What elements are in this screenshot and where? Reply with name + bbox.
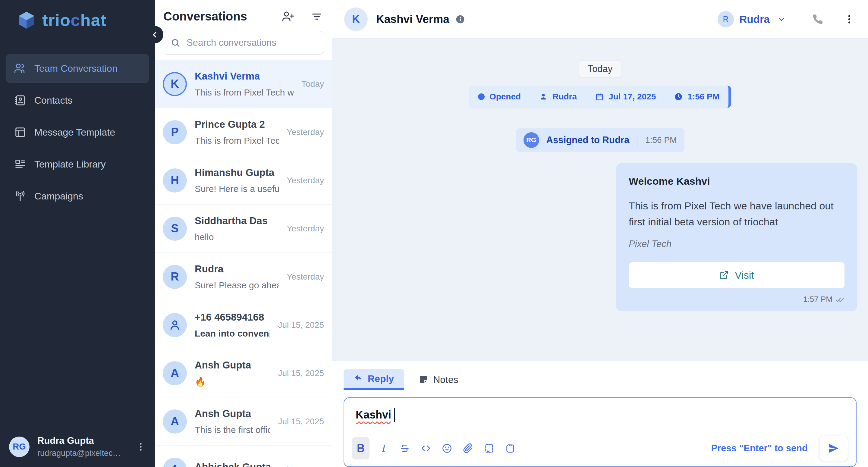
template-picker-button[interactable] <box>478 437 500 460</box>
strikethrough-icon <box>400 443 410 454</box>
sidebar-user-card[interactable]: RG Rudra Gupta rudragupta@pixeltec… <box>0 426 155 467</box>
brand-name: triochat <box>42 10 106 30</box>
conversation-list: KKashvi VermaThis is from Pixel Tech we … <box>155 60 332 467</box>
new-conversation-button[interactable] <box>282 10 294 23</box>
smiley-icon <box>442 443 452 454</box>
chat-panel: K Kashvi Verma R Rudra Today Opened <box>332 0 868 467</box>
search-icon <box>170 38 180 48</box>
layout-icon <box>14 127 26 138</box>
status-opened: Opened <box>469 92 530 101</box>
more-vertical-icon <box>844 14 855 25</box>
strikethrough-button[interactable] <box>394 437 415 460</box>
sidebar-item-message-template[interactable]: Message Template <box>6 118 149 147</box>
call-button[interactable] <box>812 13 824 25</box>
user-menu-button[interactable] <box>135 442 146 452</box>
sidebar-item-contacts[interactable]: Contacts <box>6 86 149 115</box>
conversation-time: Jul 15, 2025 <box>278 417 324 426</box>
snippet-button[interactable] <box>500 437 521 460</box>
message-input-box: Kashvi B I <box>344 397 857 467</box>
conversation-list-item[interactable]: AAbhishek GuptaJul 15, 2025 <box>155 446 332 467</box>
conversation-time: Jul 15, 2025 <box>278 320 324 330</box>
message-input[interactable]: Kashvi <box>344 398 856 430</box>
conversation-time: Yesterday <box>287 224 324 234</box>
snippet-icon <box>505 443 516 454</box>
emoji-button[interactable] <box>436 437 458 460</box>
system-event-text: Assigned to Rudra <box>547 135 629 146</box>
sticky-note-icon <box>418 375 428 384</box>
user-plus-icon <box>282 10 294 23</box>
filter-conversations-button[interactable] <box>311 10 323 23</box>
tab-reply[interactable]: Reply <box>344 369 404 390</box>
sidebar-item-label: Campaigns <box>34 191 83 202</box>
tab-notes-label: Notes <box>433 374 458 385</box>
code-button[interactable] <box>415 437 436 460</box>
person-icon <box>539 93 548 101</box>
conversation-list-item[interactable]: SSiddhartha DashelloYesterday <box>155 205 332 253</box>
send-hint: Press "Enter" to send <box>711 443 808 454</box>
brand-logo: triochat <box>0 0 155 32</box>
assignee-dropdown[interactable]: R Rudra <box>718 11 786 27</box>
contact-info-button[interactable] <box>456 14 465 24</box>
paperclip-icon <box>463 443 473 454</box>
logo-text-hat: hat <box>80 10 106 30</box>
tab-notes[interactable]: Notes <box>418 369 458 390</box>
sidebar-nav: Team ConversationContactsMessage Templat… <box>0 32 155 211</box>
conversation-list-item[interactable]: KKashvi VermaThis is from Pixel Tech we … <box>155 60 332 108</box>
avatar: A <box>163 409 187 434</box>
conversations-panel: Conversations KKashvi VermaThis is from … <box>155 0 332 467</box>
italic-button[interactable]: I <box>373 437 394 460</box>
broadcast-icon <box>14 190 26 202</box>
conversation-name: Himanshu Gupta <box>195 167 279 178</box>
conversation-list-item[interactable]: AAnsh GuptaThis is the first official …J… <box>155 397 332 446</box>
formatting-toolbar: B I <box>344 430 856 466</box>
calendar-icon <box>595 93 604 101</box>
sidebar-collapse-button[interactable] <box>146 26 163 43</box>
conversation-preview: 🔥 <box>195 376 270 387</box>
agent-label: Rudra <box>553 92 577 101</box>
library-icon <box>14 158 26 170</box>
time-label: 1:56 PM <box>687 92 719 101</box>
composer: Reply Notes Kashvi B I <box>332 361 868 467</box>
conversation-name: +16 465894168 <box>195 312 270 323</box>
conversation-list-item[interactable]: RRudraSure! Please go ahead a…Yesterday <box>155 253 332 301</box>
conversation-time: Yesterday <box>287 127 324 137</box>
sidebar-item-template-library[interactable]: Template Library <box>6 150 149 179</box>
message-scroll-area[interactable]: Today Opened Rudra Jul 17, 2025 1:56 PM … <box>332 38 868 361</box>
clock-icon <box>674 93 683 101</box>
conversation-list-item[interactable]: PPrince Gupta 2This is from Pixel Tech w… <box>155 108 332 156</box>
visit-button[interactable]: Visit <box>629 262 844 288</box>
sidebar-item-label: Team Conversation <box>34 63 118 74</box>
attach-button[interactable] <box>458 437 478 460</box>
sidebar-item-label: Message Template <box>34 127 115 138</box>
conversation-name: Rudra <box>195 263 279 275</box>
conversation-list-item[interactable]: AAnsh Gupta🔥Jul 15, 2025 <box>155 349 332 397</box>
sidebar: triochat Team ConversationContactsMessag… <box>0 0 155 467</box>
conversation-preview: This is from Pixel Tech we h… <box>195 87 293 98</box>
conversation-list-item[interactable]: HHimanshu GuptaSure! Here is a useful li… <box>155 156 332 205</box>
conversation-preview: Sure! Here is a useful lin… <box>195 184 279 194</box>
search-input[interactable] <box>163 31 324 55</box>
conversation-name: Prince Gupta 2 <box>195 119 279 130</box>
chat-menu-button[interactable] <box>844 14 855 25</box>
send-button[interactable] <box>819 436 848 461</box>
message-body: This is from Pixel Tech we have launched… <box>629 198 844 229</box>
chat-title: Kashvi Verma <box>376 13 450 26</box>
assignee-name: Rudra <box>739 13 770 25</box>
conversation-preview: This is from Pixel Tech w… <box>195 135 279 146</box>
users-icon <box>14 63 26 74</box>
logo-text-c: c <box>70 10 80 30</box>
send-icon <box>828 442 840 454</box>
external-link-icon <box>719 270 729 280</box>
message-meta: Pixel Tech <box>629 239 844 249</box>
date-label: Jul 17, 2025 <box>609 92 656 101</box>
sidebar-item-campaigns[interactable]: Campaigns <box>6 182 149 211</box>
status-time: 1:56 PM <box>665 92 728 101</box>
user-email: rudragupta@pixeltec… <box>37 448 121 458</box>
filter-icon <box>311 10 323 23</box>
code-icon <box>421 443 431 454</box>
sidebar-item-team-conversation[interactable]: Team Conversation <box>6 54 149 83</box>
contacts-icon <box>14 95 26 106</box>
conversation-list-item[interactable]: +16 465894168Lean into convenience…Jul 1… <box>155 301 332 349</box>
bold-button[interactable]: B <box>352 437 370 460</box>
avatar: H <box>163 168 187 192</box>
